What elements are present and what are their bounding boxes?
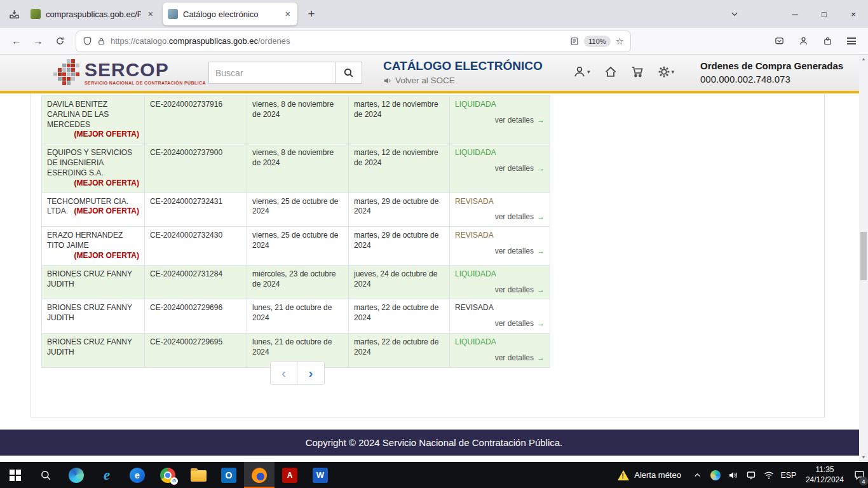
home-icon[interactable] <box>604 65 617 78</box>
action-center-icon[interactable]: 4 <box>850 462 868 488</box>
orders-generated-label: Ordenes de Compra Generadas <box>700 60 843 71</box>
tab-favicon <box>168 9 178 19</box>
tab-title: compraspublicas.gob.ec/Proce... <box>46 10 141 19</box>
order-code-cell: CE-20240002729696 <box>145 299 247 334</box>
volver-al-soce-link[interactable]: Volver al SOCE <box>383 76 543 85</box>
google-badge: G <box>170 477 178 485</box>
ver-detalles-link[interactable]: ver detalles <box>495 247 534 255</box>
scroll-up-arrow-icon[interactable]: ▲ <box>859 55 868 64</box>
tab-close-icon[interactable]: × <box>283 9 292 19</box>
zoom-indicator[interactable]: 110% <box>584 36 610 47</box>
sercop-logo[interactable]: SERCOP SERVICIO NACIONAL DE CONTRATACIÓN… <box>53 59 206 86</box>
scroll-down-arrow-icon[interactable]: ▼ <box>859 453 868 462</box>
date2-cell: jueves, 24 de octubre de 2024 <box>349 265 450 299</box>
user-menu-icon[interactable]: ▾ <box>573 65 590 78</box>
ver-detalles-link[interactable]: ver detalles <box>495 319 534 328</box>
header-action-icons: ▾ ▾ <box>573 65 674 78</box>
tab-catalogo-electronico[interactable]: Catálogo electrónico × <box>163 3 297 25</box>
ver-detalles-link[interactable]: ver detalles <box>495 164 534 173</box>
ver-detalles-link[interactable]: ver detalles <box>495 285 534 294</box>
settings-gear-icon[interactable]: ▾ <box>658 65 675 78</box>
date1-cell: viernes, 25 de octubre de 2024 <box>247 227 349 265</box>
edge-icon[interactable] <box>61 462 92 488</box>
volume-icon[interactable] <box>724 462 742 488</box>
language-indicator[interactable]: ESP <box>778 471 799 480</box>
internet-explorer-icon[interactable]: e <box>92 462 122 488</box>
status-cell: LIQUIDADA ver detalles→ <box>450 265 550 299</box>
word-icon[interactable]: W <box>305 462 336 488</box>
date2-cell: martes, 12 de noviembre de 2024 <box>349 144 450 193</box>
start-button[interactable] <box>0 462 31 488</box>
status-cell: REVISADA ver detalles→ <box>450 193 550 227</box>
new-tab-button[interactable]: + <box>301 4 322 24</box>
provider-cell: EQUIPOS Y SERVICIOS DE INGENIERIA ESERDI… <box>42 144 145 193</box>
clock[interactable]: 11:35 24/12/2024 <box>799 465 850 485</box>
page-scrollbar[interactable]: ▲ ▼ <box>859 55 868 462</box>
browser-tab-bar: compraspublicas.gob.ec/Proce... × Catálo… <box>0 0 868 28</box>
lock-icon[interactable] <box>97 37 105 46</box>
reload-button[interactable] <box>50 32 70 51</box>
next-page-button[interactable]: › <box>297 362 324 384</box>
tracking-shield-icon[interactable] <box>83 36 92 46</box>
date1-cell: viernes, 8 de noviembre de 2024 <box>247 144 349 193</box>
tab-close-icon[interactable]: × <box>146 9 155 19</box>
firefox-view-icon[interactable] <box>4 4 24 24</box>
firefox-icon[interactable] <box>244 462 275 488</box>
page-title: CATÁLOGO ELECTRÓNICO <box>383 59 543 73</box>
back-button[interactable]: ← <box>6 32 27 51</box>
copyright-text: Copyright © 2024 Servicio Nacional de Co… <box>306 437 563 448</box>
network-icon[interactable] <box>760 462 778 488</box>
order-code-cell: CE-20240002737916 <box>145 96 247 144</box>
speaker-icon <box>383 76 392 85</box>
bookmark-star-icon[interactable]: ☆ <box>616 36 624 47</box>
weather-alert-label: Alerta méteo <box>634 470 681 480</box>
list-all-tabs-chevron-icon[interactable] <box>724 4 745 24</box>
best-offer-label: (MEJOR OFERTA) <box>74 251 139 261</box>
close-button[interactable]: × <box>839 0 868 28</box>
status-badge: LIQUIDADA <box>455 337 545 348</box>
taskbar-search-icon[interactable] <box>31 462 61 488</box>
title-block: CATÁLOGO ELECTRÓNICO Volver al SOCE <box>383 59 543 85</box>
orders-summary: Ordenes de Compra Generadas 000.000.002.… <box>700 60 843 85</box>
display-tray-icon[interactable] <box>742 462 760 488</box>
acrobat-icon[interactable]: A <box>275 462 305 488</box>
edge-legacy-icon[interactable]: e <box>122 462 153 488</box>
best-offer-label: (MEJOR OFERTA) <box>74 130 139 140</box>
browser-toolbar: ← → https://catalogo.compraspublicas.gob… <box>0 28 868 55</box>
search-button[interactable] <box>336 62 362 84</box>
provider-name: BRIONES CRUZ FANNY JUDITH <box>47 337 132 356</box>
minimize-button[interactable]: ─ <box>780 0 810 28</box>
ver-detalles-link[interactable]: ver detalles <box>495 353 534 362</box>
reader-mode-icon[interactable] <box>570 37 579 46</box>
brand-name: SERCOP <box>85 60 206 79</box>
best-offer-label: (MEJOR OFERTA) <box>74 179 139 189</box>
search-input[interactable] <box>208 62 336 84</box>
forward-button[interactable]: → <box>28 32 48 51</box>
ver-detalles-link[interactable]: ver detalles <box>495 116 534 125</box>
scrollbar-thumb[interactable] <box>860 232 867 280</box>
provider-name: DAVILA BENITEZ CARLINA DE LAS MERCEDES <box>47 100 109 129</box>
edge-tray-icon[interactable] <box>707 462 724 488</box>
maximize-button[interactable]: □ <box>810 0 839 28</box>
order-code-cell: CE-20240002732431 <box>145 193 247 227</box>
prev-page-button[interactable]: ‹ <box>271 362 297 384</box>
file-explorer-icon[interactable] <box>183 462 214 488</box>
hidden-icons-chevron[interactable] <box>689 462 707 488</box>
tab-compraspublicas[interactable]: compraspublicas.gob.ec/Proce... × <box>25 3 160 25</box>
pocket-icon[interactable] <box>769 32 789 51</box>
account-icon[interactable] <box>793 32 813 51</box>
extensions-icon[interactable] <box>817 32 837 51</box>
cart-icon[interactable] <box>631 65 644 78</box>
provider-cell: ERAZO HERNANDEZ TITO JAIME(MEJOR OFERTA) <box>42 227 145 265</box>
date1-cell: viernes, 8 de noviembre de 2024 <box>247 96 349 144</box>
chrome-icon[interactable]: G <box>153 462 183 488</box>
search-box <box>208 62 362 84</box>
provider-cell: TECHCOMPUTER CIA. LTDA.(MEJOR OFERTA) <box>42 193 145 227</box>
menu-icon[interactable] <box>841 32 862 51</box>
outlook-icon[interactable]: O <box>214 462 244 488</box>
orders-table: DAVILA BENITEZ CARLINA DE LAS MERCEDES(M… <box>41 95 550 368</box>
orders-card: DAVILA BENITEZ CARLINA DE LAS MERCEDES(M… <box>31 93 825 417</box>
address-bar[interactable]: https://catalogo.compraspublicas.gob.ec/… <box>76 31 630 51</box>
ver-detalles-link[interactable]: ver detalles <box>495 212 534 221</box>
weather-alert[interactable]: ! Alerta méteo <box>610 462 689 488</box>
